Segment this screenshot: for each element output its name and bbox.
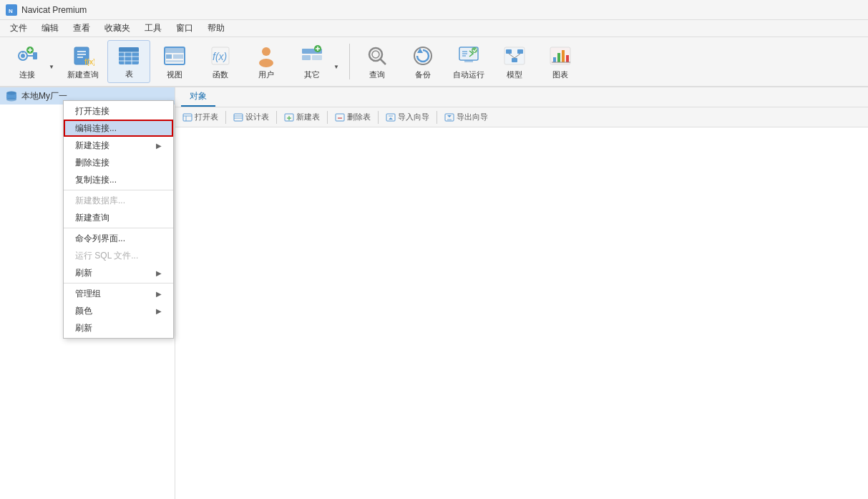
query-icon: [364, 43, 390, 68]
svg-rect-26: [173, 54, 183, 59]
svg-rect-60: [566, 55, 569, 62]
content-body: [175, 127, 868, 499]
ctx-refresh-sub[interactable]: 刷新 ▶: [64, 264, 173, 281]
ctx-color-arrow: ▶: [156, 307, 162, 315]
connect-dropdown-arrow[interactable]: ▼: [49, 40, 59, 83]
tab-objects[interactable]: 对象: [181, 87, 215, 107]
ctx-command-line[interactable]: 命令列界面...: [64, 230, 173, 247]
svg-marker-78: [389, 117, 393, 120]
content-panel: 对象 打开表 设计表: [175, 87, 868, 499]
svg-text:f(x): f(x): [213, 51, 227, 62]
connect-button[interactable]: 连接: [6, 40, 49, 83]
ct-sep-3: [327, 111, 328, 124]
menu-help[interactable]: 帮助: [200, 21, 232, 36]
ctx-edit-connection[interactable]: 编辑连接...: [64, 120, 173, 137]
svg-point-31: [259, 59, 273, 67]
ctx-new-query[interactable]: 新建查询: [64, 209, 173, 226]
svg-point-63: [6, 92, 16, 95]
svg-point-30: [262, 47, 270, 56]
svg-line-39: [380, 59, 386, 64]
new-table-icon: [284, 112, 294, 122]
svg-rect-57: [553, 57, 556, 62]
open-table-button[interactable]: 打开表: [178, 110, 223, 124]
open-table-icon: [182, 112, 192, 122]
autorun-label: 自动运行: [453, 69, 484, 80]
svg-rect-24: [165, 47, 185, 53]
svg-point-40: [372, 51, 379, 58]
query-label: 查询: [369, 69, 385, 80]
new-table-button[interactable]: 新建表: [280, 110, 324, 124]
toolbar-sep-1: [349, 44, 350, 79]
view-button[interactable]: 视图: [153, 40, 196, 83]
model-label: 模型: [507, 69, 522, 80]
svg-rect-25: [166, 54, 172, 59]
ctx-new-database: 新建数据库...: [64, 192, 173, 209]
other-label: 其它: [304, 69, 320, 80]
svg-point-64: [6, 98, 16, 102]
new-query-button[interactable]: f(x) 新建查询: [62, 40, 104, 83]
query-button[interactable]: 查询: [356, 40, 399, 83]
backup-button[interactable]: 备份: [401, 40, 444, 83]
user-button[interactable]: 用户: [245, 40, 288, 83]
svg-rect-48: [464, 60, 473, 62]
function-label: 函数: [213, 69, 228, 80]
ctx-open-connection[interactable]: 打开连接: [64, 102, 173, 120]
ctx-new-connection[interactable]: 新建连接 ▶: [64, 137, 173, 154]
context-menu: 打开连接 编辑连接... 新建连接 ▶ 删除连接 复制连接... 新建数据库..…: [63, 100, 174, 339]
export-wizard-icon: [444, 112, 454, 122]
other-button[interactable]: 其它: [291, 40, 333, 83]
ct-sep-5: [437, 111, 437, 124]
menu-view[interactable]: 查看: [66, 21, 97, 36]
other-icon: [299, 43, 325, 68]
connect-icon: [14, 43, 40, 68]
delete-table-button[interactable]: 删除表: [331, 110, 375, 124]
ctx-copy-connection[interactable]: 复制连接...: [64, 171, 173, 188]
svg-rect-58: [557, 53, 560, 62]
ctx-sep-1: [64, 190, 173, 190]
sidebar: 本地My厂一 打开连接 编辑连接... 新建连接 ▶ 删除连接 复制连接... …: [0, 87, 175, 499]
toolbar: 连接 ▼ f(x) 新建查询: [0, 37, 868, 87]
backup-icon: [410, 43, 436, 68]
backup-label: 备份: [415, 69, 431, 80]
table-button[interactable]: 表: [107, 40, 150, 83]
main-area: 本地My厂一 打开连接 编辑连接... 新建连接 ▶ 删除连接 复制连接... …: [0, 87, 868, 499]
view-icon: [162, 43, 187, 68]
import-wizard-button[interactable]: 导入向导: [381, 110, 434, 124]
design-table-icon: [233, 112, 243, 122]
menu-window[interactable]: 窗口: [169, 21, 200, 36]
other-dropdown-arrow[interactable]: ▼: [333, 40, 343, 83]
menu-file[interactable]: 文件: [3, 21, 34, 36]
new-query-label: 新建查询: [67, 69, 99, 80]
svg-rect-52: [517, 49, 523, 54]
menu-edit[interactable]: 编辑: [34, 21, 66, 36]
content-tabs: 对象: [175, 87, 868, 107]
model-button[interactable]: 模型: [493, 40, 536, 83]
connect-label: 连接: [19, 69, 35, 80]
ctx-refresh[interactable]: 刷新: [64, 319, 173, 336]
ct-sep-2: [276, 111, 277, 124]
svg-rect-5: [33, 52, 37, 59]
ctx-manage-group[interactable]: 管理组 ▶: [64, 285, 173, 302]
user-label: 用户: [258, 69, 274, 80]
autorun-icon: [456, 43, 482, 68]
autorun-button[interactable]: 自动运行: [447, 40, 490, 83]
svg-rect-74: [336, 114, 344, 121]
menu-favorites[interactable]: 收藏夹: [97, 21, 137, 36]
chart-icon: [547, 43, 573, 68]
function-button[interactable]: f(x) 函数: [199, 40, 242, 83]
ctx-new-connection-arrow: ▶: [156, 142, 162, 150]
ctx-color[interactable]: 颜色 ▶: [64, 302, 173, 319]
ct-sep-1: [225, 111, 226, 124]
menu-tools[interactable]: 工具: [137, 21, 169, 36]
connect-btn-group: 连接 ▼: [6, 40, 59, 83]
ctx-sep-3: [64, 283, 173, 284]
export-wizard-button[interactable]: 导出向导: [440, 110, 492, 124]
chart-button[interactable]: 图表: [539, 40, 582, 83]
db-connection-icon: [6, 90, 17, 102]
ctx-delete-connection[interactable]: 删除连接: [64, 154, 173, 171]
table-icon: [116, 44, 142, 67]
svg-rect-17: [119, 47, 139, 52]
design-table-button[interactable]: 设计表: [229, 110, 273, 124]
ctx-run-sql: 运行 SQL 文件...: [64, 247, 173, 264]
chart-label: 图表: [552, 69, 568, 80]
